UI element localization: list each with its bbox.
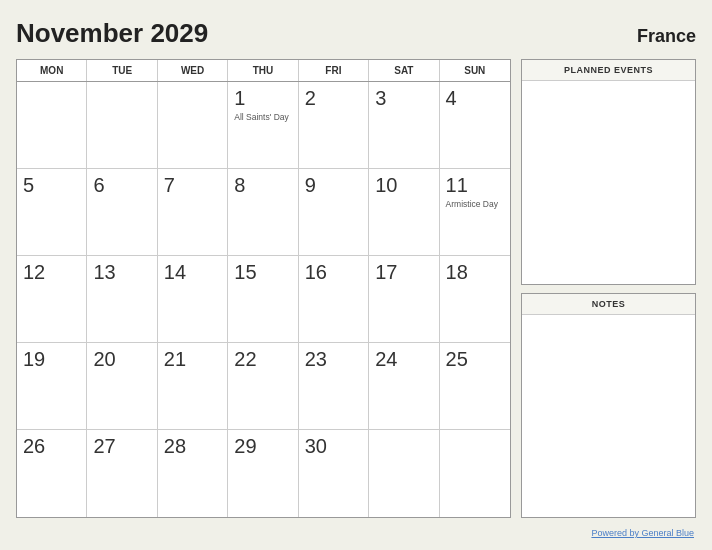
day-number-22: 22 bbox=[234, 347, 291, 371]
calendar-cell-10: 10 bbox=[369, 169, 439, 256]
calendar-cell-23: 23 bbox=[299, 343, 369, 430]
day-number-16: 16 bbox=[305, 260, 362, 284]
day-number-30: 30 bbox=[305, 434, 362, 458]
day-number-8: 8 bbox=[234, 173, 291, 197]
calendar-cell-12: 12 bbox=[17, 256, 87, 343]
day-number-3: 3 bbox=[375, 86, 432, 110]
notes-header: NOTES bbox=[522, 294, 695, 315]
calendar-cell-empty-1 bbox=[87, 82, 157, 169]
day-number-5: 5 bbox=[23, 173, 80, 197]
footer: Powered by General Blue bbox=[16, 522, 696, 540]
calendar-cell-3: 3 bbox=[369, 82, 439, 169]
day-number-6: 6 bbox=[93, 173, 150, 197]
calendar-cell-19: 19 bbox=[17, 343, 87, 430]
calendar-grid: 1All Saints' Day234567891011Armistice Da… bbox=[17, 82, 510, 517]
calendar-cell-20: 20 bbox=[87, 343, 157, 430]
day-header-fri: FRI bbox=[299, 60, 369, 81]
day-number-1: 1 bbox=[234, 86, 291, 110]
day-number-20: 20 bbox=[93, 347, 150, 371]
day-number-29: 29 bbox=[234, 434, 291, 458]
day-number-27: 27 bbox=[93, 434, 150, 458]
calendar-section: MONTUEWEDTHUFRISATSUN 1All Saints' Day23… bbox=[16, 59, 511, 518]
planned-events-header: PLANNED EVENTS bbox=[522, 60, 695, 81]
calendar-cell-11: 11Armistice Day bbox=[440, 169, 510, 256]
holiday-label: All Saints' Day bbox=[234, 112, 291, 123]
calendar-cell-24: 24 bbox=[369, 343, 439, 430]
calendar-title: November 2029 bbox=[16, 18, 208, 49]
calendar-cell-15: 15 bbox=[228, 256, 298, 343]
day-header-wed: WED bbox=[158, 60, 228, 81]
day-number-17: 17 bbox=[375, 260, 432, 284]
day-header-tue: TUE bbox=[87, 60, 157, 81]
sidebar: PLANNED EVENTS NOTES bbox=[521, 59, 696, 518]
day-headers-row: MONTUEWEDTHUFRISATSUN bbox=[17, 60, 510, 82]
day-number-24: 24 bbox=[375, 347, 432, 371]
calendar-cell-empty-2 bbox=[158, 82, 228, 169]
day-header-sun: SUN bbox=[440, 60, 510, 81]
page-header: November 2029 France bbox=[16, 18, 696, 49]
calendar-cell-22: 22 bbox=[228, 343, 298, 430]
calendar-cell-28: 28 bbox=[158, 430, 228, 517]
calendar-cell-27: 27 bbox=[87, 430, 157, 517]
calendar-cell-21: 21 bbox=[158, 343, 228, 430]
calendar-cell-14: 14 bbox=[158, 256, 228, 343]
calendar-cell-25: 25 bbox=[440, 343, 510, 430]
notes-box: NOTES bbox=[521, 293, 696, 519]
planned-events-content bbox=[522, 81, 695, 284]
calendar-cell-empty-34 bbox=[440, 430, 510, 517]
calendar-cell-18: 18 bbox=[440, 256, 510, 343]
day-number-7: 7 bbox=[164, 173, 221, 197]
day-number-26: 26 bbox=[23, 434, 80, 458]
day-number-18: 18 bbox=[446, 260, 504, 284]
calendar-cell-8: 8 bbox=[228, 169, 298, 256]
calendar-cell-empty-33 bbox=[369, 430, 439, 517]
day-number-28: 28 bbox=[164, 434, 221, 458]
calendar-cell-4: 4 bbox=[440, 82, 510, 169]
calendar-cell-7: 7 bbox=[158, 169, 228, 256]
powered-by-link[interactable]: Powered by General Blue bbox=[591, 528, 694, 538]
holiday-label: Armistice Day bbox=[446, 199, 504, 210]
day-header-mon: MON bbox=[17, 60, 87, 81]
day-number-19: 19 bbox=[23, 347, 80, 371]
day-number-25: 25 bbox=[446, 347, 504, 371]
notes-content bbox=[522, 315, 695, 518]
country-label: France bbox=[637, 26, 696, 47]
day-header-sat: SAT bbox=[369, 60, 439, 81]
day-header-thu: THU bbox=[228, 60, 298, 81]
calendar-cell-17: 17 bbox=[369, 256, 439, 343]
calendar-cell-1: 1All Saints' Day bbox=[228, 82, 298, 169]
calendar-cell-29: 29 bbox=[228, 430, 298, 517]
calendar-cell-9: 9 bbox=[299, 169, 369, 256]
planned-events-box: PLANNED EVENTS bbox=[521, 59, 696, 285]
day-number-9: 9 bbox=[305, 173, 362, 197]
day-number-4: 4 bbox=[446, 86, 504, 110]
calendar-cell-13: 13 bbox=[87, 256, 157, 343]
day-number-21: 21 bbox=[164, 347, 221, 371]
day-number-12: 12 bbox=[23, 260, 80, 284]
calendar-cell-6: 6 bbox=[87, 169, 157, 256]
calendar-cell-16: 16 bbox=[299, 256, 369, 343]
calendar-cell-2: 2 bbox=[299, 82, 369, 169]
day-number-13: 13 bbox=[93, 260, 150, 284]
calendar-cell-26: 26 bbox=[17, 430, 87, 517]
calendar-cell-30: 30 bbox=[299, 430, 369, 517]
day-number-2: 2 bbox=[305, 86, 362, 110]
day-number-23: 23 bbox=[305, 347, 362, 371]
calendar-cell-5: 5 bbox=[17, 169, 87, 256]
calendar-cell-empty-0 bbox=[17, 82, 87, 169]
day-number-10: 10 bbox=[375, 173, 432, 197]
day-number-14: 14 bbox=[164, 260, 221, 284]
day-number-11: 11 bbox=[446, 173, 504, 197]
day-number-15: 15 bbox=[234, 260, 291, 284]
main-content: MONTUEWEDTHUFRISATSUN 1All Saints' Day23… bbox=[16, 59, 696, 518]
